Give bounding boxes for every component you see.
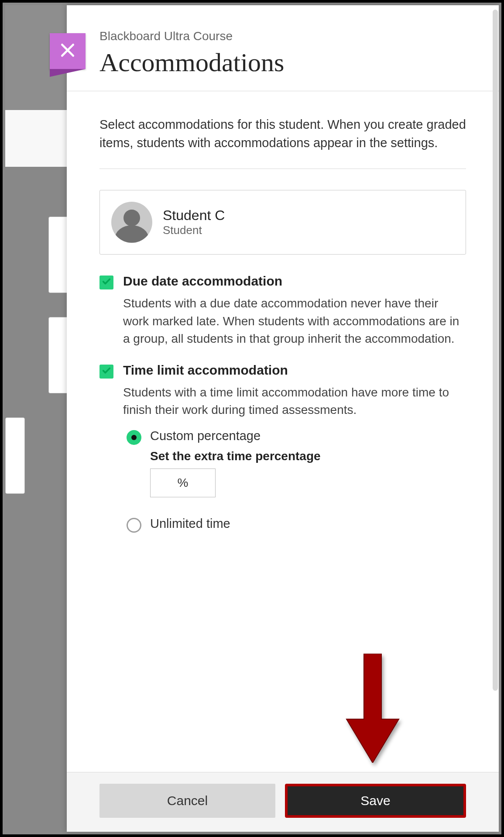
divider	[99, 169, 466, 169]
due-date-accommodation-row: Due date accommodation Students with a d…	[99, 274, 466, 348]
percent-unit: %	[178, 476, 189, 490]
unlimited-time-radio[interactable]	[127, 518, 141, 533]
save-button-highlight: Save	[285, 784, 466, 818]
student-card: Student C Student	[99, 190, 466, 255]
time-limit-title: Time limit accommodation	[123, 363, 466, 378]
student-role: Student	[163, 224, 225, 237]
time-limit-description: Students with a time limit accommodation…	[123, 384, 466, 419]
due-date-description: Students with a due date accommodation n…	[123, 295, 466, 348]
close-panel-button[interactable]	[50, 33, 86, 69]
page-title: Accommodations	[99, 48, 466, 78]
extra-time-percentage-input[interactable]: %	[150, 468, 216, 497]
panel-scrollbar[interactable]	[493, 10, 498, 691]
unlimited-time-label: Unlimited time	[150, 517, 230, 531]
custom-percentage-radio[interactable]	[127, 430, 141, 445]
student-name: Student C	[163, 207, 225, 224]
cancel-button-label: Cancel	[167, 793, 208, 808]
extra-time-sublabel: Set the extra time percentage	[150, 449, 466, 463]
accommodations-panel: Blackboard Ultra Course Accommodations S…	[67, 5, 499, 832]
custom-percentage-label: Custom percentage	[150, 429, 466, 443]
due-date-title: Due date accommodation	[123, 274, 466, 289]
time-limit-accommodation-row: Time limit accommodation Students with a…	[99, 363, 466, 537]
breadcrumb: Blackboard Ultra Course	[99, 29, 466, 43]
check-icon	[102, 366, 111, 377]
intro-text: Select accommodations for this student. …	[99, 115, 466, 152]
check-icon	[102, 277, 111, 288]
cancel-button[interactable]: Cancel	[99, 784, 275, 818]
time-limit-checkbox[interactable]	[99, 365, 113, 379]
save-button-label: Save	[360, 793, 390, 808]
close-icon	[59, 42, 76, 60]
due-date-checkbox[interactable]	[99, 276, 113, 289]
save-button[interactable]: Save	[288, 786, 463, 815]
background-card	[5, 417, 25, 494]
avatar	[111, 202, 152, 243]
